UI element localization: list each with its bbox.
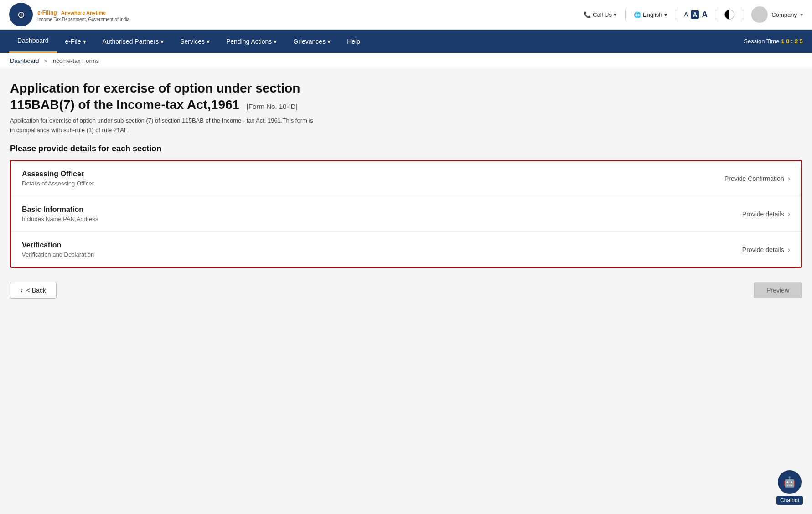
nav-authorised-partners[interactable]: Authorised Partners ▾ [94,31,172,52]
verification-desc: Verification and Declaration [22,251,94,258]
section-instruction: Please provide details for each section [10,144,802,154]
font-size-controls: A A A [684,10,708,20]
font-small-button[interactable]: A [684,11,688,18]
assessing-officer-chevron: › [788,175,790,183]
nav-efile[interactable]: e-File ▾ [57,31,94,52]
page-title: Application for exercise of option under… [10,80,802,113]
divider-4 [743,9,743,20]
divider-3 [716,9,716,20]
preview-button[interactable]: Preview [754,282,802,298]
top-controls: 📞 Call Us ▾ 🌐 English ▾ A A A Company ▾ [584,6,803,23]
nav-pending-actions[interactable]: Pending Actions ▾ [218,31,285,52]
logo-emblem: ⊕ [9,3,33,26]
contrast-toggle[interactable] [724,10,734,20]
breadcrumb: Dashboard > Income-tax Forms [0,53,812,69]
efile-dropdown-arrow: ▾ [83,38,86,45]
section-basic-information[interactable]: Basic Information Includes Name,PAN,Addr… [11,196,801,232]
services-dropdown-arrow: ▾ [207,38,210,45]
font-large-button[interactable]: A [702,10,708,20]
user-area[interactable]: Company ▾ [751,6,803,23]
bottom-buttons: ‹ < Back Preview [10,282,802,308]
breadcrumb-current: Income-tax Forms [51,57,99,64]
phone-icon: 📞 [584,11,591,18]
language-selector[interactable]: 🌐 English ▾ [634,11,667,18]
globe-icon: 🌐 [634,11,641,18]
nav-grievances[interactable]: Grievances ▾ [285,31,339,52]
verification-action: Provide details [742,246,784,253]
nav-dashboard[interactable]: Dashboard [9,30,57,53]
breadcrumb-separator: > [43,57,47,64]
user-dropdown-arrow: ▾ [801,12,803,17]
divider-2 [676,9,676,20]
avatar [751,6,768,23]
nav-bar: Dashboard e-File ▾ Authorised Partners ▾… [0,30,812,53]
assessing-officer-desc: Details of Assessing Officer [22,180,94,187]
verification-chevron: › [788,246,790,254]
logo-tagline: Anywhere Anytime [61,10,106,15]
assessing-officer-title: Assessing Officer [22,170,94,178]
session-time-value: 1 0 : 2 5 [781,38,803,45]
call-dropdown-arrow: ▾ [614,11,617,18]
assessing-officer-action: Provide Confirmation [724,175,784,182]
logo-area: ⊕ e-Filing Anywhere Anytime Income Tax D… [9,3,129,26]
grievances-dropdown-arrow: ▾ [327,38,331,45]
font-medium-button[interactable]: A [691,10,699,19]
logo-subtitle: Income Tax Department, Government of Ind… [37,17,129,22]
basic-info-action: Provide details [742,211,784,218]
back-arrow-icon: ‹ [21,287,23,294]
basic-info-chevron: › [788,210,790,218]
nav-help[interactable]: Help [339,31,368,52]
partners-dropdown-arrow: ▾ [160,38,164,45]
section-verification[interactable]: Verification Verification and Declaratio… [11,232,801,267]
form-sections-box: Assessing Officer Details of Assessing O… [10,160,802,268]
basic-info-desc: Includes Name,PAN,Address [22,216,98,222]
divider-1 [625,9,626,20]
call-us-button[interactable]: 📞 Call Us ▾ [584,11,617,18]
page-description: Application for exercise of option under… [10,116,802,135]
back-button[interactable]: ‹ < Back [10,282,57,299]
top-bar: ⊕ e-Filing Anywhere Anytime Income Tax D… [0,0,812,30]
logo-title: e-Filing Anywhere Anytime [37,7,129,17]
main-content: Application for exercise of option under… [0,69,812,343]
form-tag: [Form No. 10-ID] [247,103,298,110]
section-assessing-officer[interactable]: Assessing Officer Details of Assessing O… [11,161,801,196]
lang-dropdown-arrow: ▾ [664,11,667,18]
pending-dropdown-arrow: ▾ [274,38,277,45]
session-timer: Session Time 1 0 : 2 5 [744,38,803,45]
company-name: Company [771,11,797,18]
basic-info-title: Basic Information [22,206,98,214]
nav-services[interactable]: Services ▾ [172,31,218,52]
breadcrumb-home[interactable]: Dashboard [10,57,39,64]
verification-title: Verification [22,241,94,249]
